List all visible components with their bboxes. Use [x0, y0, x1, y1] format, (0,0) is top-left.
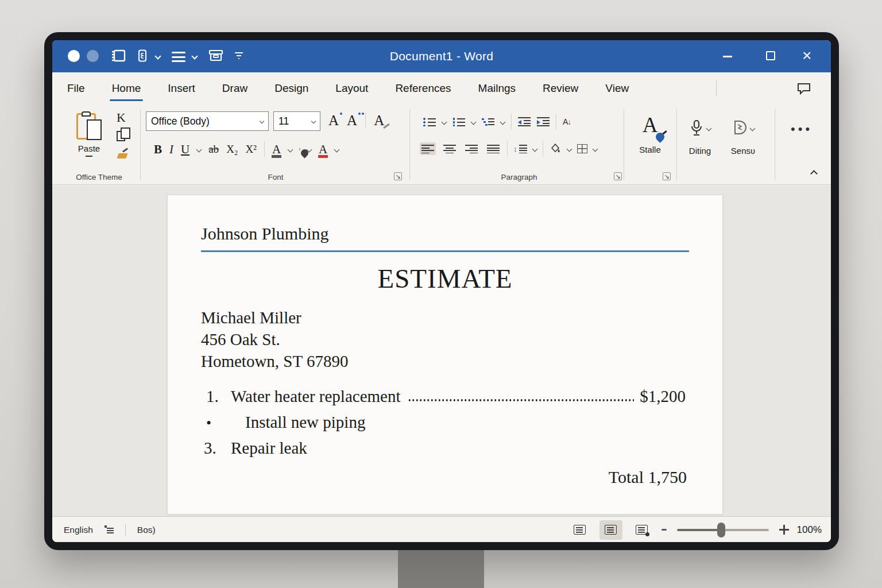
styles-icon[interactable]: A: [637, 113, 663, 142]
italic-button[interactable]: I: [169, 142, 173, 157]
monitor-stand: [398, 550, 484, 588]
dictate-button[interactable]: [682, 113, 718, 144]
font-group-label: Font: [146, 173, 405, 181]
copy-icon[interactable]: [117, 131, 125, 141]
font-name-select[interactable]: Office (Body): [146, 111, 269, 131]
archive-box-icon[interactable]: [208, 49, 223, 62]
quick-access-menu-icon[interactable]: [172, 52, 185, 62]
line-spacing-chevron-icon[interactable]: [532, 146, 537, 152]
bullets-button[interactable]: [423, 117, 436, 126]
zoom-level[interactable]: 100%: [797, 524, 822, 536]
sensitivity-button[interactable]: [722, 113, 764, 144]
clear-formatting-button[interactable]: A: [374, 113, 384, 129]
tab-review[interactable]: Review: [541, 80, 579, 97]
justify-button[interactable]: [485, 142, 501, 155]
document-page[interactable]: Johnson Plumbing ESTIMATE Michael Miller…: [167, 195, 723, 514]
paste-button[interactable]: Paste: [68, 111, 110, 164]
menu-separator: [716, 80, 717, 96]
subscript-button[interactable]: X₂: [226, 143, 238, 156]
web-layout-button[interactable]: [630, 520, 653, 540]
borders-chevron-icon[interactable]: [592, 146, 598, 152]
align-right-button[interactable]: [463, 142, 479, 155]
numbering-chevron-icon[interactable]: [471, 119, 477, 125]
sort-button[interactable]: A↓: [563, 117, 571, 126]
align-left-button[interactable]: [420, 142, 436, 155]
underline-chevron-icon[interactable]: [196, 146, 202, 152]
comments-icon[interactable]: [796, 82, 811, 97]
tab-references[interactable]: References: [394, 80, 452, 97]
text-effects-chevron-icon[interactable]: [288, 146, 293, 152]
shading-chevron-icon[interactable]: [566, 146, 572, 152]
filter-icon[interactable]: [234, 52, 244, 61]
paste-clipboard-icon: [76, 111, 102, 141]
borders-button[interactable]: [577, 144, 587, 153]
proofing-icon[interactable]: [105, 525, 114, 534]
strikethrough-button[interactable]: ab: [208, 143, 219, 156]
shrink-font-button[interactable]: A: [347, 113, 357, 129]
total-line: Total 1,750: [609, 467, 687, 487]
decrease-indent-button[interactable]: [518, 117, 531, 126]
print-layout-button[interactable]: [599, 520, 622, 540]
shading-button[interactable]: [549, 142, 562, 156]
section-indicator[interactable]: Bos): [137, 525, 156, 535]
chevron-down-icon: [260, 119, 264, 123]
line-spacing-button[interactable]: ↕: [513, 144, 527, 153]
zoom-slider[interactable]: [677, 529, 769, 531]
dictate-chevron-icon[interactable]: [706, 125, 711, 131]
multilevel-chevron-icon[interactable]: [500, 119, 506, 125]
paragraph-group: A↓ ↕: [415, 105, 623, 185]
tab-insert[interactable]: Insert: [167, 80, 196, 97]
tab-file[interactable]: File: [66, 80, 86, 97]
tab-layout[interactable]: Layout: [334, 80, 369, 97]
language-indicator[interactable]: English: [64, 525, 93, 535]
styles-dialog-launcher-icon[interactable]: ↘: [663, 172, 671, 180]
status-bar: English Bos) 100%: [52, 516, 831, 542]
font-color-button[interactable]: A: [319, 142, 327, 157]
font-size-select[interactable]: 11: [273, 111, 320, 131]
text-effects-button[interactable]: A: [272, 142, 281, 157]
reading-pane-icon[interactable]: [110, 49, 127, 63]
cut-icon[interactable]: K: [117, 110, 134, 125]
multilevel-list-button[interactable]: [482, 117, 494, 126]
increase-indent-button[interactable]: [537, 117, 550, 126]
tab-mailings[interactable]: Mailngs: [477, 80, 517, 97]
titlebar-circle-dim-icon: [87, 50, 99, 62]
list-item: 3. Repair leak: [168, 439, 722, 465]
zoom-out-button[interactable]: [662, 529, 667, 531]
minimize-button[interactable]: [723, 56, 732, 57]
paste-dropdown-icon[interactable]: [86, 156, 92, 157]
grow-font-button[interactable]: A: [328, 113, 339, 129]
dot-leader: [408, 397, 635, 402]
tab-view[interactable]: View: [604, 80, 630, 97]
font-group: Office (Body) 11 A A A B I U: [146, 105, 405, 185]
more-options-icon[interactable]: •••: [791, 122, 813, 137]
tab-design[interactable]: Design: [273, 80, 310, 97]
monitor-bezel: Document1 - Word: [44, 32, 839, 550]
bold-button[interactable]: B: [154, 142, 162, 157]
format-painter-icon[interactable]: [117, 149, 129, 160]
zoom-in-button[interactable]: [779, 525, 789, 535]
titlebar: Document1 - Word: [52, 40, 831, 72]
numbering-button[interactable]: [452, 117, 465, 126]
read-mode-button[interactable]: [568, 520, 591, 540]
bullets-chevron-icon[interactable]: [442, 119, 447, 125]
collapse-ribbon-icon[interactable]: [810, 170, 818, 177]
word-window: Document1 - Word: [52, 40, 831, 542]
microphone-icon: [690, 119, 703, 137]
align-center-button[interactable]: [442, 142, 458, 155]
zoom-slider-thumb[interactable]: [717, 523, 725, 537]
sensitivity-chevron-icon[interactable]: [749, 125, 755, 131]
list-item: 1. Water heater replacement $1,200: [168, 387, 722, 413]
underline-button[interactable]: U: [181, 142, 189, 157]
tab-home[interactable]: Home: [111, 80, 142, 97]
autosave-icon[interactable]: [137, 49, 148, 62]
font-color-chevron-icon[interactable]: [334, 146, 340, 152]
font-dialog-launcher-icon[interactable]: ↘: [394, 172, 402, 180]
dictate-label: Diting: [682, 146, 718, 156]
tab-draw[interactable]: Draw: [221, 80, 249, 97]
maximize-button[interactable]: [766, 51, 775, 60]
paragraph-dialog-launcher-icon[interactable]: ↘: [614, 172, 622, 180]
superscript-button[interactable]: X²: [245, 143, 256, 156]
chevron-down-icon: [311, 119, 316, 123]
close-button[interactable]: ×: [802, 48, 811, 64]
